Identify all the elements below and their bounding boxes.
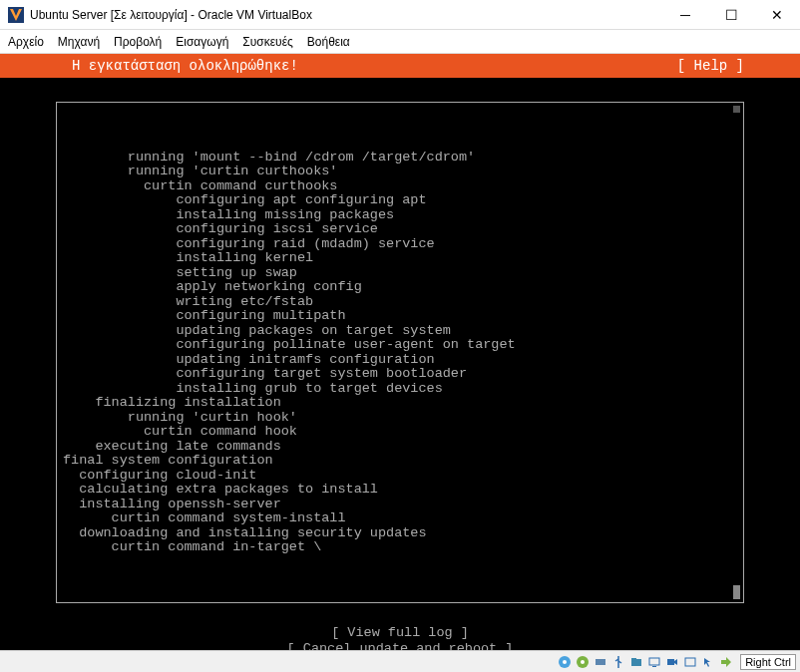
statusbar: Right Ctrl [0, 650, 800, 672]
minimize-button[interactable]: ─ [662, 0, 708, 30]
menu-machine[interactable]: Μηχανή [58, 35, 100, 49]
install-log[interactable]: running 'mount --bind /cdrom /target/cdr… [56, 102, 744, 603]
vm-display[interactable]: Η εγκατάσταση ολοκληρώθηκε! [ Help ] run… [0, 54, 800, 650]
view-full-log-button[interactable]: [ View full log ] [56, 625, 744, 641]
scroll-thumb[interactable] [733, 585, 740, 599]
svg-rect-9 [652, 666, 656, 667]
scroll-up-indicator [733, 106, 740, 113]
menu-view[interactable]: Προβολή [114, 35, 162, 49]
svg-rect-11 [685, 658, 695, 666]
window-titlebar: Ubuntu Server [Σε λειτουργία] - Oracle V… [0, 0, 800, 30]
help-button[interactable]: [ Help ] [677, 58, 744, 74]
log-content: running 'mount --bind /cdrom /target/cdr… [63, 151, 737, 555]
svg-rect-7 [631, 658, 636, 660]
menu-input[interactable]: Εισαγωγή [176, 35, 228, 49]
svg-point-2 [563, 660, 567, 664]
audio-icon[interactable] [682, 654, 698, 670]
optical-drive-icon[interactable] [575, 654, 591, 670]
installer-header-bar: Η εγκατάσταση ολοκληρώθηκε! [ Help ] [0, 54, 800, 78]
menu-file[interactable]: Αρχείο [8, 35, 44, 49]
svg-rect-8 [649, 658, 659, 665]
installer-header-text: Η εγκατάσταση ολοκληρώθηκε! [72, 58, 677, 74]
svg-rect-5 [596, 659, 605, 665]
cancel-update-reboot-button[interactable]: [ Cancel update and reboot ] [56, 641, 744, 650]
svg-point-4 [581, 660, 585, 664]
usb-icon[interactable] [610, 654, 626, 670]
close-button[interactable]: ✕ [754, 0, 800, 30]
installer-buttons: [ View full log ] [ Cancel update and re… [56, 625, 744, 650]
virtualbox-icon [8, 7, 24, 23]
svg-rect-6 [631, 659, 641, 666]
recording-icon[interactable] [664, 654, 680, 670]
host-key-indicator[interactable]: Right Ctrl [740, 654, 796, 670]
window-title: Ubuntu Server [Σε λειτουργία] - Oracle V… [30, 8, 662, 22]
shared-folders-icon[interactable] [628, 654, 644, 670]
menu-devices[interactable]: Συσκευές [242, 35, 292, 49]
hard-disk-icon[interactable] [557, 654, 573, 670]
network-icon[interactable] [593, 654, 608, 670]
mouse-integration-icon[interactable] [700, 654, 716, 670]
keyboard-capture-icon[interactable] [718, 654, 734, 670]
svg-rect-10 [667, 659, 674, 665]
installer-body: running 'mount --bind /cdrom /target/cdr… [0, 78, 800, 650]
display-icon[interactable] [646, 654, 662, 670]
maximize-button[interactable]: ☐ [708, 0, 754, 30]
menu-help[interactable]: Βοήθεια [307, 35, 350, 49]
menubar: Αρχείο Μηχανή Προβολή Εισαγωγή Συσκευές … [0, 30, 800, 54]
